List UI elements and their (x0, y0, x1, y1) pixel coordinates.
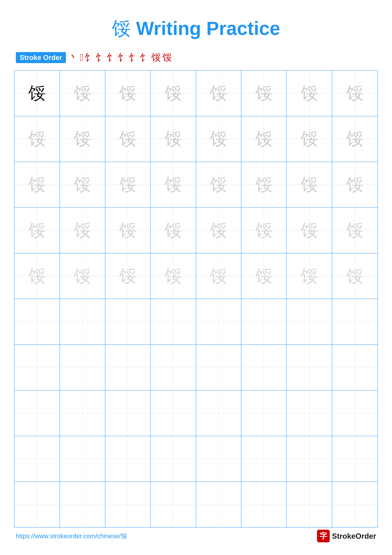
grid-cell[interactable]: 馁 (196, 71, 242, 116)
grid-cell[interactable]: 馁 (287, 116, 332, 162)
practice-char: 馁 (28, 219, 46, 242)
stroke-9: 馁 (151, 51, 161, 64)
grid-cell[interactable]: 馁 (196, 254, 242, 299)
practice-char: 馁 (74, 219, 91, 242)
grid-cell[interactable] (241, 299, 287, 344)
grid-cell[interactable]: 馁 (14, 116, 60, 162)
grid-cell[interactable]: 馁 (151, 116, 196, 162)
grid-cell[interactable]: 馁 (196, 116, 242, 162)
practice-char: 馁 (255, 81, 273, 105)
grid-cell[interactable]: 馁 (14, 71, 60, 116)
grid-cell[interactable]: 馁 (14, 208, 60, 253)
grid-cell[interactable] (287, 482, 332, 527)
grid-cell[interactable] (105, 436, 151, 482)
grid-cell[interactable]: 馁 (287, 254, 332, 299)
grid-cell[interactable] (151, 345, 196, 390)
strokeorder-logo-icon: 字 (317, 530, 330, 542)
grid-cell[interactable]: 馁 (105, 71, 151, 116)
grid-cell[interactable] (287, 390, 332, 436)
grid-cell[interactable]: 馁 (241, 162, 287, 207)
practice-char: 馁 (346, 127, 363, 151)
practice-char: 馁 (28, 173, 46, 197)
practice-char: 馁 (119, 173, 136, 197)
practice-char: 馁 (210, 81, 227, 105)
grid-cell[interactable] (241, 436, 287, 482)
practice-char: 馁 (346, 264, 363, 288)
grid-cell[interactable] (14, 436, 60, 482)
grid-cell[interactable] (151, 390, 196, 436)
grid-cell[interactable]: 馁 (60, 162, 105, 207)
grid-cell[interactable]: 馁 (332, 71, 378, 116)
grid-cell[interactable]: 馁 (241, 71, 287, 116)
practice-char: 馁 (301, 127, 318, 151)
grid-cell[interactable] (105, 345, 151, 390)
grid-cell[interactable] (60, 436, 105, 482)
grid-cell[interactable] (60, 482, 105, 527)
grid-cell[interactable] (196, 482, 242, 527)
grid-cell[interactable] (196, 390, 242, 436)
grid-cell[interactable]: 馁 (332, 116, 378, 162)
practice-char: 馁 (164, 173, 182, 197)
grid-cell[interactable] (151, 299, 196, 344)
grid-cell[interactable] (332, 390, 378, 436)
grid-cell[interactable]: 馁 (241, 254, 287, 299)
grid-cell[interactable] (241, 390, 287, 436)
stroke-8: 饣 (140, 51, 150, 64)
practice-char: 馁 (255, 264, 273, 288)
grid-cell[interactable]: 馁 (287, 162, 332, 207)
grid-cell[interactable]: 馁 (287, 208, 332, 253)
grid-cell[interactable]: 馁 (196, 162, 242, 207)
grid-cell[interactable]: 馁 (14, 254, 60, 299)
grid-cell[interactable]: 馁 (60, 71, 105, 116)
grid-cell[interactable]: 馁 (151, 71, 196, 116)
grid-cell[interactable] (196, 299, 242, 344)
grid-cell[interactable]: 馁 (105, 208, 151, 253)
grid-cell[interactable] (151, 436, 196, 482)
grid-cell[interactable] (14, 482, 60, 527)
grid-cell[interactable] (14, 345, 60, 390)
grid-cell[interactable] (105, 299, 151, 344)
grid-cell[interactable] (60, 299, 105, 344)
grid-cell[interactable] (332, 345, 378, 390)
grid-cell[interactable]: 馁 (14, 162, 60, 207)
grid-cell[interactable]: 馁 (241, 208, 287, 253)
grid-cell[interactable] (332, 436, 378, 482)
footer-url[interactable]: https://www.strokeorder.com/chinese/馁 (16, 532, 127, 540)
grid-cell[interactable] (60, 390, 105, 436)
practice-grid: 馁 馁 馁 馁 馁 馁 馁 馁 馁 馁 馁 馁 馁 馁 馁 馁 馁 馁 馁 馁 … (14, 70, 378, 528)
grid-cell[interactable] (14, 390, 60, 436)
grid-cell[interactable]: 馁 (151, 162, 196, 207)
grid-cell[interactable] (105, 482, 151, 527)
grid-cell[interactable]: 馁 (332, 162, 378, 207)
grid-cell[interactable]: 馁 (241, 116, 287, 162)
grid-cell[interactable] (241, 345, 287, 390)
grid-cell[interactable] (287, 436, 332, 482)
grid-cell[interactable] (196, 345, 242, 390)
grid-cell[interactable]: 馁 (60, 208, 105, 253)
grid-cell[interactable] (105, 390, 151, 436)
grid-cell[interactable] (151, 482, 196, 527)
grid-row-empty (14, 482, 378, 527)
stroke-6: 饣 (118, 51, 128, 64)
grid-cell[interactable]: 馁 (332, 208, 378, 253)
grid-cell[interactable]: 馁 (196, 208, 242, 253)
grid-cell[interactable]: 馁 (287, 71, 332, 116)
grid-cell[interactable]: 馁 (105, 254, 151, 299)
grid-cell[interactable] (241, 482, 287, 527)
grid-cell[interactable] (287, 299, 332, 344)
grid-cell[interactable]: 馁 (105, 162, 151, 207)
grid-cell[interactable] (332, 482, 378, 527)
grid-cell[interactable]: 馁 (151, 208, 196, 253)
grid-cell[interactable]: 馁 (332, 254, 378, 299)
grid-cell[interactable]: 馁 (60, 254, 105, 299)
grid-cell[interactable] (60, 345, 105, 390)
grid-cell[interactable]: 馁 (151, 254, 196, 299)
grid-cell[interactable] (332, 299, 378, 344)
grid-cell[interactable] (196, 436, 242, 482)
grid-cell[interactable] (14, 299, 60, 344)
grid-cell[interactable] (287, 345, 332, 390)
grid-cell[interactable]: 馁 (60, 116, 105, 162)
practice-char: 馁 (119, 127, 136, 151)
grid-cell[interactable]: 馁 (105, 116, 151, 162)
practice-char: 馁 (255, 173, 273, 197)
